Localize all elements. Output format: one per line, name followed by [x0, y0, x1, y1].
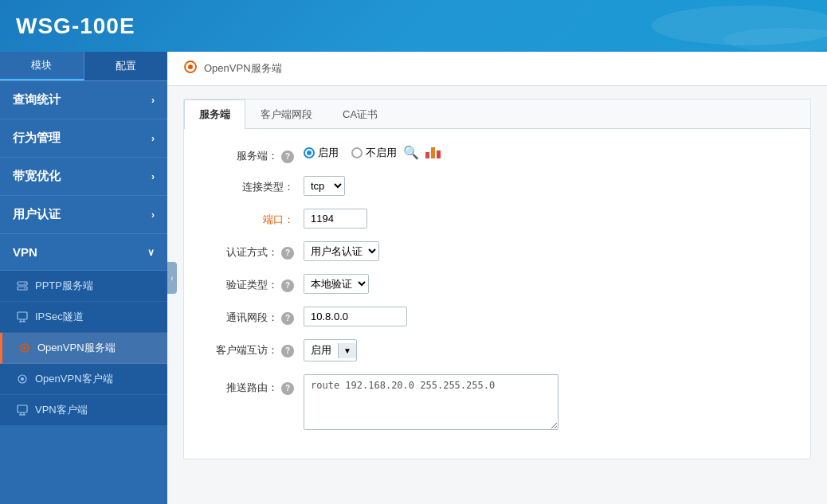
chevron-right-icon: › — [151, 95, 155, 106]
radio-disable[interactable]: 不启用 — [351, 146, 397, 160]
svg-point-9 — [23, 346, 26, 350]
tab-config[interactable]: 配置 — [84, 52, 168, 80]
form-row-port: 端口： — [208, 209, 786, 229]
help-icon-auth-method[interactable]: ? — [281, 247, 294, 260]
tab-client-network[interactable]: 客户端网段 — [245, 100, 327, 129]
label-server-enable: 服务端： ? — [208, 145, 304, 163]
help-icon-push-route[interactable]: ? — [281, 382, 294, 395]
svg-point-17 — [188, 64, 193, 69]
app-title: WSG-100E — [16, 14, 135, 39]
sidebar-item-bandwidth-opt[interactable]: 带宽优化 › — [0, 158, 167, 196]
svg-point-11 — [21, 377, 24, 381]
select-connection-type-input[interactable]: tcp udp — [304, 177, 344, 195]
label-network-segment: 通讯网段： ? — [208, 307, 304, 325]
svg-rect-12 — [18, 405, 27, 412]
dropdown-client-access[interactable]: 启用 ▼ — [304, 339, 357, 361]
select-auth-method-input[interactable]: 用户名认证 证书认证 — [304, 242, 378, 260]
help-icon-verify-type[interactable]: ? — [281, 279, 294, 292]
content-area: 服务端 客户端网段 CA证书 服务端： ? — [167, 86, 827, 504]
form-row-auth-method: 认证方式： ? 用户名认证 证书认证 — [208, 241, 786, 261]
radio-enable[interactable]: 启用 — [304, 146, 339, 160]
sidebar-item-query-stats[interactable]: 查询统计 › — [0, 81, 167, 119]
label-connection-type: 连接类型： — [208, 176, 304, 194]
label-client-access: 客户端互访： ? — [208, 339, 304, 357]
monitor-icon — [16, 311, 29, 323]
sidebar-tab-bar: 模块 配置 — [0, 52, 167, 81]
value-connection-type: tcp udp — [304, 176, 345, 196]
input-network-segment[interactable] — [304, 307, 407, 326]
vpn-submenu: PPTP服务端 IPSec隧道 — [0, 271, 167, 426]
tab-module[interactable]: 模块 — [0, 52, 84, 80]
value-verify-type: 本地验证 远程验证 — [304, 274, 369, 294]
value-network-segment — [304, 307, 407, 326]
form-row-network-segment: 通讯网段： ? — [208, 307, 786, 326]
breadcrumb: OpenVPN服务端 — [167, 52, 827, 86]
tab-ca-cert[interactable]: CA证书 — [327, 100, 393, 129]
tab-server[interactable]: 服务端 — [184, 100, 245, 129]
value-push-route: route 192.168.20.0 255.255.255.0 — [304, 374, 559, 430]
radio-dot-enable — [304, 147, 315, 158]
sidebar-item-vpn-client[interactable]: VPN客户端 — [0, 395, 167, 426]
textarea-push-route[interactable]: route 192.168.20.0 255.255.255.0 — [304, 374, 559, 430]
tab-bar: 服务端 客户端网段 CA证书 — [184, 100, 810, 129]
openvpn-client-icon — [16, 373, 29, 385]
sidebar-item-behavior-mgmt[interactable]: 行为管理 › — [0, 119, 167, 158]
breadcrumb-icon — [183, 60, 198, 77]
chart-icon[interactable] — [425, 147, 441, 158]
help-icon-client-access[interactable]: ? — [281, 345, 294, 357]
svg-rect-1 — [18, 287, 27, 290]
form-row-verify-type: 验证类型： ? 本地验证 远程验证 — [208, 274, 786, 294]
chevron-right-icon: › — [151, 209, 155, 221]
svg-point-2 — [24, 283, 25, 284]
svg-rect-4 — [18, 312, 27, 319]
sidebar-item-user-auth[interactable]: 用户认证 › — [0, 196, 167, 234]
label-port: 端口： — [208, 209, 304, 227]
server-icon — [16, 279, 29, 292]
chevron-right-icon: › — [151, 133, 155, 144]
sidebar-item-pptp-server[interactable]: PPTP服务端 — [0, 271, 167, 302]
search-icon[interactable]: 🔍 — [403, 145, 419, 160]
openvpn-icon — [18, 342, 31, 354]
value-server-enable: 启用 不启用 🔍 — [304, 145, 441, 160]
select-verify-type-input[interactable]: 本地验证 远程验证 — [304, 275, 368, 293]
radio-dot-disable — [351, 147, 363, 158]
chevron-down-icon: ∨ — [147, 247, 155, 258]
radio-group-server-enable: 启用 不启用 — [304, 146, 397, 160]
sidebar-item-openvpn-client[interactable]: OpenVPN客户端 — [0, 364, 167, 395]
select-connection-type[interactable]: tcp udp — [304, 176, 345, 196]
help-icon-server-enable[interactable]: ? — [281, 150, 294, 163]
select-auth-method[interactable]: 用户名认证 证书认证 — [304, 241, 379, 261]
label-push-route: 推送路由： ? — [208, 374, 304, 395]
dropdown-client-access-text: 启用 — [304, 340, 338, 361]
form-row-client-access: 客户端互访： ? 启用 ▼ — [208, 339, 786, 361]
help-icon-network-segment[interactable]: ? — [281, 312, 294, 325]
breadcrumb-text: OpenVPN服务端 — [204, 61, 282, 76]
sidebar-item-vpn[interactable]: VPN ∨ — [0, 234, 167, 271]
select-verify-type[interactable]: 本地验证 远程验证 — [304, 274, 369, 294]
svg-rect-0 — [18, 282, 27, 285]
main-content: OpenVPN服务端 服务端 客户端网段 CA证书 服务端： ? — [167, 52, 827, 504]
form-row-connection-type: 连接类型： tcp udp — [208, 176, 786, 196]
dropdown-client-access-arrow[interactable]: ▼ — [338, 343, 356, 358]
value-port — [304, 209, 367, 229]
sidebar-item-ipsec-tunnel[interactable]: IPSec隧道 — [0, 302, 167, 333]
value-client-access: 启用 ▼ — [304, 339, 357, 361]
value-auth-method: 用户名认证 证书认证 — [304, 241, 379, 261]
form-row-server-enable: 服务端： ? 启用 不启用 — [208, 145, 786, 163]
header: WSG-100E — [0, 0, 827, 52]
sidebar-collapse-handle[interactable]: ‹ — [167, 262, 177, 294]
label-auth-method: 认证方式： ? — [208, 241, 304, 260]
sidebar-item-openvpn-server[interactable]: OpenVPN服务端 — [0, 333, 167, 364]
input-port[interactable] — [304, 209, 367, 229]
form-body: 服务端： ? 启用 不启用 — [184, 129, 810, 459]
chevron-right-icon: › — [151, 171, 155, 182]
svg-point-3 — [24, 287, 25, 289]
vpn-client-icon — [16, 404, 29, 416]
label-verify-type: 验证类型： ? — [208, 274, 304, 292]
form-row-push-route: 推送路由： ? route 192.168.20.0 255.255.255.0 — [208, 374, 786, 430]
sidebar: 模块 配置 查询统计 › 行为管理 › 带宽优化 › 用户认证 › VPN ∨ — [0, 52, 167, 504]
main-card: 服务端 客户端网段 CA证书 服务端： ? — [183, 99, 811, 459]
